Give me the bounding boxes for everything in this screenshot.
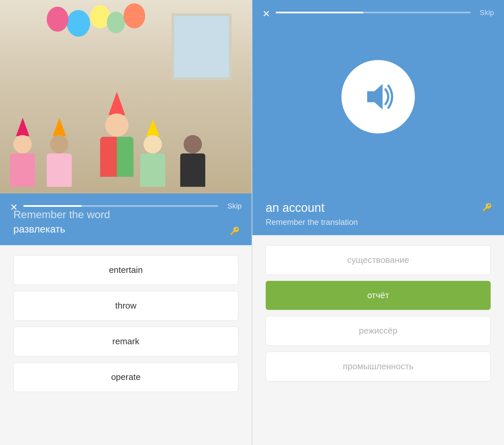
left-answers-container: entertain throw remark operate <box>0 245 252 445</box>
right-close-button[interactable]: ✕ <box>262 8 270 19</box>
clown-body <box>100 137 134 177</box>
balloon-blue <box>67 10 90 37</box>
left-close-button[interactable]: ✕ <box>10 202 18 213</box>
clown-head <box>105 113 129 137</box>
left-answer-operate[interactable]: operate <box>13 362 238 392</box>
left-header: ✕ Skip Remember the word развлекать 🔑 <box>0 193 252 245</box>
clown-figure <box>100 92 134 177</box>
right-answer-industry[interactable]: промышленность <box>266 352 491 381</box>
right-answer-existence[interactable]: существование <box>266 245 491 275</box>
right-word-sublabel: Remember the translation <box>266 217 491 227</box>
body-1 <box>10 153 35 187</box>
sound-button[interactable] <box>341 60 415 133</box>
balloon-orange <box>123 3 145 28</box>
sound-icon <box>360 78 397 115</box>
child-figure-1 <box>10 118 35 187</box>
left-answer-remark[interactable]: remark <box>13 327 238 356</box>
right-answer-director[interactable]: режиссёр <box>266 316 491 346</box>
left-image <box>0 0 252 193</box>
child-figure-4 <box>180 136 205 187</box>
hat-1 <box>16 118 29 136</box>
body-2 <box>47 153 72 187</box>
head-1 <box>13 135 32 153</box>
right-answer-report[interactable]: отчёт <box>266 281 491 310</box>
hat-3 <box>146 119 160 136</box>
balloon-pink <box>47 7 68 32</box>
right-progress-bar <box>276 12 471 13</box>
left-key-icon[interactable]: 🔑 <box>230 227 240 236</box>
left-progress-fill <box>23 205 82 207</box>
child-figure-3 <box>140 119 165 187</box>
head-2 <box>50 135 68 153</box>
balloon-green <box>107 12 125 33</box>
svg-marker-0 <box>367 84 383 110</box>
body-4 <box>180 153 205 187</box>
right-panel: ✕ Skip an account Remember the translati… <box>252 0 504 445</box>
right-skip-button[interactable]: Skip <box>480 8 494 17</box>
left-answer-entertain[interactable]: entertain <box>13 255 238 285</box>
right-word: an account <box>266 201 491 215</box>
hat-2 <box>53 118 66 136</box>
head-3 <box>144 135 162 153</box>
head-4 <box>184 135 202 153</box>
left-panel: ✕ Skip Remember the word развлекать 🔑 en… <box>0 0 252 445</box>
child-figure-2 <box>47 118 72 187</box>
right-answers-container: существование отчёт режиссёр промышленно… <box>252 235 504 445</box>
left-word-label: Remember the word <box>13 208 238 221</box>
left-word-translation: развлекать <box>13 224 238 235</box>
left-skip-button[interactable]: Skip <box>227 202 242 210</box>
left-progress-bar <box>23 205 218 207</box>
window-decoration <box>172 13 232 80</box>
right-key-icon[interactable]: 🔑 <box>482 203 492 212</box>
right-header: an account Remember the translation 🔑 <box>252 193 504 235</box>
clown-hat <box>108 92 125 115</box>
left-answer-throw[interactable]: throw <box>13 291 238 321</box>
right-progress-fill <box>276 12 363 13</box>
body-3 <box>140 153 165 187</box>
right-top-area: ✕ Skip <box>252 0 504 193</box>
